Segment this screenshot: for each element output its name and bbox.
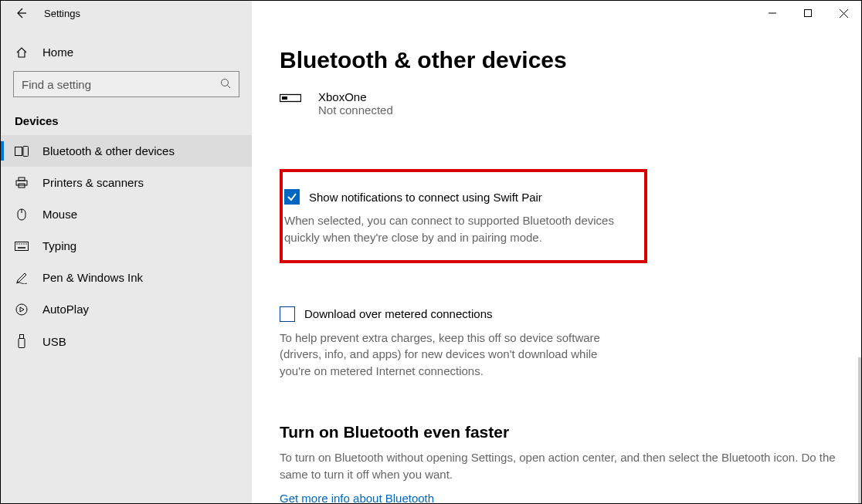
nav-typing[interactable]: Typing [1,230,252,262]
device-status: Not connected [318,103,393,117]
nav-label: USB [42,335,66,348]
metered-label: Download over metered connections [304,307,492,320]
autoplay-icon [15,303,29,316]
search-box[interactable] [13,71,239,97]
faster-heading: Turn on Bluetooth even faster [280,423,833,441]
metered-checkbox[interactable] [280,306,295,322]
metered-description: To help prevent extra charges, keep this… [280,330,604,380]
titlebar: Settings [1,1,861,25]
svg-rect-7 [15,147,22,155]
faster-description: To turn on Bluetooth without opening Set… [280,449,843,483]
search-input[interactable] [22,78,220,91]
svg-rect-22 [20,335,24,339]
nav-pen[interactable]: Pen & Windows Ink [1,262,252,293]
bluetooth-info-link[interactable]: Get more info about Bluetooth [280,492,434,503]
nav-bluetooth[interactable]: Bluetooth & other devices [1,135,252,167]
nav-printers[interactable]: Printers & scanners [1,167,252,198]
nav-label: AutoPlay [42,303,89,316]
svg-rect-8 [23,146,29,156]
svg-rect-2 [805,10,812,17]
device-name: XboxOne [318,90,393,103]
nav-autoplay[interactable]: AutoPlay [1,293,252,325]
printer-icon [15,177,29,189]
search-icon [220,78,231,91]
sidebar: Home Devices Bluetooth & other devices [1,25,252,503]
console-icon [280,90,303,106]
svg-line-6 [228,85,231,88]
svg-rect-25 [282,96,287,100]
svg-point-5 [222,79,229,86]
nav-label: Mouse [42,208,77,221]
device-row[interactable]: XboxOne Not connected [280,87,833,130]
maximize-button[interactable] [790,1,826,25]
content-pane: Bluetooth & other devices XboxOne Not co… [252,25,861,503]
svg-rect-9 [19,178,25,181]
swift-pair-highlight: Show notifications to connect using Swif… [280,169,647,263]
nav-label: Bluetooth & other devices [42,144,175,157]
swift-pair-description: When selected, you can connect to suppor… [284,212,630,246]
home-nav[interactable]: Home [1,39,252,65]
nav-usb[interactable]: USB [1,325,252,357]
home-icon [15,46,29,59]
swift-pair-label: Show notifications to connect using Swif… [309,191,542,204]
mouse-icon [15,208,29,221]
nav-mouse[interactable]: Mouse [1,198,252,230]
svg-rect-23 [19,339,25,348]
usb-icon [15,334,29,348]
nav-list: Bluetooth & other devices Printers & sca… [1,135,252,357]
minimize-button[interactable] [755,1,790,25]
home-label: Home [42,46,73,59]
svg-point-21 [16,304,27,315]
nav-label: Typing [42,239,76,252]
svg-rect-14 [15,242,29,250]
close-button[interactable] [826,1,861,25]
page-title: Bluetooth & other devices [280,47,833,73]
section-label: Devices [1,108,252,135]
swift-pair-checkbox-row[interactable]: Show notifications to connect using Swif… [284,189,630,205]
nav-label: Pen & Windows Ink [42,271,143,284]
pen-icon [15,272,29,284]
scrollbar[interactable] [858,357,861,503]
nav-label: Printers & scanners [42,176,144,189]
window-title: Settings [44,8,80,19]
swift-pair-checkbox[interactable] [284,189,300,205]
svg-rect-10 [16,181,27,185]
metered-checkbox-row[interactable]: Download over metered connections [280,306,619,322]
back-button[interactable] [15,7,27,19]
keyboard-icon [15,242,29,251]
devices-icon [15,146,29,157]
